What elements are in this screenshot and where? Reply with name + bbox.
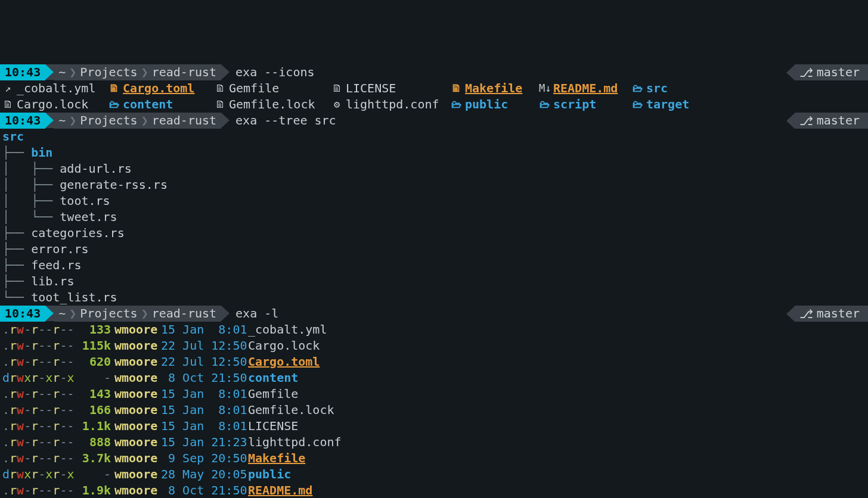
- file-name[interactable]: Cargo.lock: [248, 338, 868, 354]
- permissions: .rw-r--r--: [2, 386, 79, 402]
- long-listing-row: .rw-r--r-- 115k wmoore 22 Jul 12:50 Carg…: [0, 338, 868, 354]
- branch-indicator: ⎇master: [786, 113, 868, 129]
- tree-entry: │ ├── toot.rs: [0, 193, 868, 209]
- file-name[interactable]: Gemfile: [248, 386, 868, 402]
- long-listing-row: .rw-r--r-- 143 wmoore 15 Jan 8:01 Gemfil…: [0, 386, 868, 402]
- file-size: 620: [79, 354, 114, 370]
- file-size: -: [79, 466, 114, 483]
- long-listing-row: drwxr-xr-x - wmoore 28 May 20:05 public: [0, 466, 868, 483]
- file-name[interactable]: public: [248, 466, 868, 483]
- command-text: exa --icons: [230, 64, 314, 80]
- file-owner: wmoore: [114, 322, 161, 338]
- tree-entry: ├── lib.rs: [0, 273, 868, 290]
- file-entry[interactable]: M↓README.md: [539, 80, 632, 97]
- file-entry[interactable]: 🗎LICENSE: [331, 80, 451, 97]
- tree-name: categories.rs: [31, 226, 125, 240]
- file-size: 166: [79, 402, 114, 418]
- file-name[interactable]: _cobalt.yml: [248, 322, 868, 338]
- permissions: drwxr-xr-x: [2, 466, 79, 483]
- file-date: 22 Jul 12:50: [161, 354, 248, 370]
- file-date: 15 Jan 21:23: [161, 434, 248, 450]
- file-name[interactable]: Gemfile.lock: [248, 402, 868, 418]
- file-icon: 🗎: [451, 80, 461, 97]
- file-name: LICENSE: [346, 80, 396, 97]
- prompt-line[interactable]: 10:43 ~❯Projects❯read-rust exa -l ⎇maste…: [0, 306, 868, 322]
- tree-name: bin: [31, 145, 52, 160]
- file-name: Gemfile.lock: [229, 97, 315, 113]
- permissions: drwxr-xr-x: [2, 370, 79, 386]
- file-date: 28 May 20:05: [161, 466, 248, 483]
- permissions: .rw-r--r--: [2, 354, 79, 370]
- file-name: _cobalt.yml: [17, 80, 95, 97]
- tree-entry: src: [0, 129, 868, 145]
- file-size: -: [79, 370, 114, 386]
- file-name[interactable]: Makefile: [248, 450, 868, 466]
- file-date: 15 Jan 8:01: [161, 322, 248, 338]
- file-name: Cargo.toml: [123, 80, 194, 97]
- file-entry[interactable]: 🗁target: [632, 97, 709, 113]
- file-entry[interactable]: 🗁src: [632, 80, 709, 97]
- file-icon: M↓: [539, 80, 550, 97]
- file-entry[interactable]: 🗎Cargo.lock: [2, 97, 108, 113]
- branch-name: master: [817, 64, 860, 80]
- file-name[interactable]: content: [248, 370, 868, 386]
- tree-entry: ├── bin: [0, 145, 868, 161]
- file-entry[interactable]: ⚙lighttpd.conf: [331, 97, 451, 113]
- file-entry[interactable]: 🗎Gemfile: [215, 80, 331, 97]
- file-entry[interactable]: 🗎Cargo.toml: [108, 80, 215, 97]
- file-owner: wmoore: [114, 402, 161, 418]
- tree-glyph: │ ├──: [2, 178, 60, 192]
- file-icon: ↗: [2, 80, 13, 97]
- permissions: .rw-r--r--: [2, 418, 79, 434]
- tree-glyph: ├──: [2, 226, 31, 240]
- git-branch-icon: ⎇: [799, 306, 813, 322]
- prompt-line[interactable]: 10:43 ~❯Projects❯read-rust exa --icons ⎇…: [0, 64, 868, 80]
- file-name: Gemfile: [229, 80, 279, 97]
- file-icon: ⚙: [331, 97, 342, 113]
- file-name[interactable]: README.md: [248, 483, 868, 498]
- tree-entry: │ ├── add-url.rs: [0, 161, 868, 177]
- command-text: exa --tree src: [230, 113, 336, 129]
- file-owner: wmoore: [114, 418, 161, 434]
- branch-indicator: ⎇master: [786, 64, 868, 80]
- file-date: 22 Jul 12:50: [161, 338, 248, 354]
- file-entry[interactable]: 🗎Makefile: [451, 80, 539, 97]
- file-name: Makefile: [465, 80, 522, 97]
- tree-name: toot.rs: [60, 194, 110, 208]
- file-size: 133: [79, 322, 114, 338]
- file-icon: 🗁: [451, 97, 461, 113]
- path-segment: ~❯Projects❯read-rust: [54, 64, 221, 80]
- file-owner: wmoore: [114, 386, 161, 402]
- long-listing-row: .rw-r--r-- 888 wmoore 15 Jan 21:23 light…: [0, 434, 868, 450]
- file-date: 8 Oct 21:50: [161, 370, 248, 386]
- file-name: README.md: [553, 80, 618, 97]
- file-entry[interactable]: ↗_cobalt.yml: [2, 80, 108, 97]
- file-size: 888: [79, 434, 114, 450]
- file-name[interactable]: LICENSE: [248, 418, 868, 434]
- file-size: 143: [79, 386, 114, 402]
- file-owner: wmoore: [114, 434, 161, 450]
- tree-glyph: │ ├──: [2, 194, 60, 208]
- permissions: .rw-r--r--: [2, 434, 79, 450]
- command-text: exa -l: [230, 306, 278, 322]
- file-name: script: [553, 97, 596, 113]
- file-name[interactable]: Cargo.toml: [248, 354, 868, 370]
- tree-name: toot_list.rs: [31, 290, 117, 304]
- file-size: 1.9k: [79, 483, 114, 498]
- file-entry[interactable]: 🗁public: [451, 97, 539, 113]
- file-entry[interactable]: 🗎Gemfile.lock: [215, 97, 331, 113]
- file-entry[interactable]: 🗁content: [108, 97, 215, 113]
- file-icon: 🗁: [539, 97, 550, 113]
- prompt-line[interactable]: 10:43 ~❯Projects❯read-rust exa --tree sr…: [0, 113, 868, 129]
- tree-name: feed.rs: [31, 258, 81, 272]
- branch-name: master: [817, 306, 860, 322]
- file-name: Cargo.lock: [17, 97, 88, 113]
- file-entry[interactable]: 🗁script: [539, 97, 632, 113]
- tree-name: lib.rs: [31, 274, 74, 288]
- time-segment: 10:43: [0, 306, 45, 322]
- file-size: 3.7k: [79, 450, 114, 466]
- git-branch-icon: ⎇: [799, 65, 813, 81]
- file-name[interactable]: lighttpd.conf: [248, 434, 868, 450]
- file-name: content: [123, 97, 173, 113]
- file-icon: 🗎: [2, 97, 13, 113]
